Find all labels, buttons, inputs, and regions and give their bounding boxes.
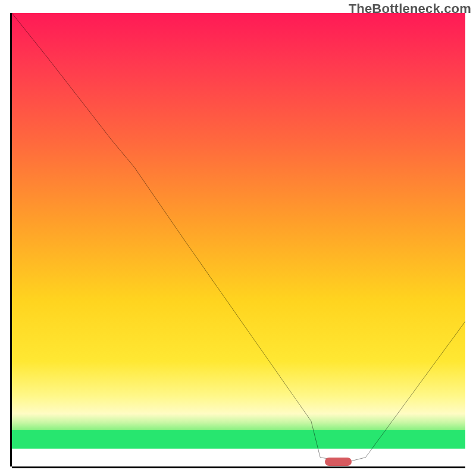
watermark-text: TheBottleneck.com [349,1,471,17]
bottleneck-curve-path [12,13,465,462]
chart-curve-svg [12,13,465,466]
x-axis-line [12,466,465,468]
optimal-marker [325,458,352,466]
y-axis-line [10,13,12,466]
chart-plot-area [12,13,465,466]
